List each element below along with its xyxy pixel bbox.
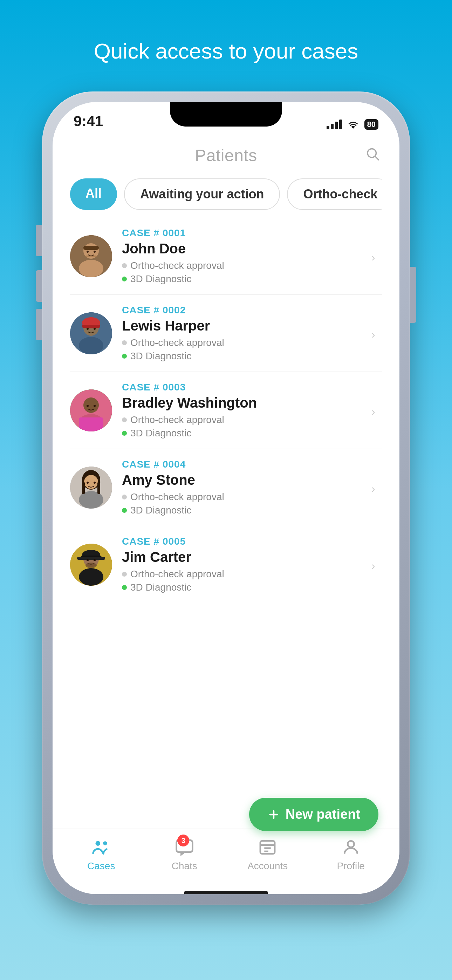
profile-label: Profile	[337, 861, 365, 872]
case-number: CASE # 0003	[122, 382, 371, 393]
patient-info: CASE # 0001 John Doe Ortho-check approva…	[122, 228, 371, 285]
phone-screen: 9:41 80 Patients	[53, 102, 399, 894]
patient-name: Lewis Harper	[122, 318, 371, 334]
notch	[170, 102, 282, 127]
case-number: CASE # 0005	[122, 536, 371, 547]
avatar	[70, 390, 112, 431]
chevron-right-icon: ›	[371, 559, 382, 570]
avatar	[70, 235, 112, 277]
svg-point-11	[79, 337, 103, 354]
svg-point-20	[94, 405, 95, 407]
svg-rect-27	[82, 482, 85, 494]
search-button[interactable]	[363, 144, 382, 163]
status-time: 9:41	[73, 113, 103, 130]
home-indicator	[184, 891, 268, 894]
status-tags: Ortho-check approval 3D Diagnostic	[122, 260, 371, 285]
svg-rect-36	[77, 557, 105, 560]
bottom-nav: Cases 3 Chats	[53, 829, 399, 886]
patient-name: Jim Carter	[122, 549, 371, 565]
status-tags: Ortho-check approval 3D Diagnostic	[122, 337, 371, 362]
avatar	[70, 466, 112, 509]
chevron-right-icon: ›	[371, 251, 382, 261]
page-headline: Quick access to your cases	[94, 38, 358, 64]
patient-list: CASE # 0001 John Doe Ortho-check approva…	[70, 218, 382, 829]
patient-name: Amy Stone	[122, 472, 371, 488]
table-row[interactable]: CASE # 0005 Jim Carter Ortho-check appro…	[70, 526, 382, 603]
svg-point-19	[86, 405, 89, 407]
battery-icon: 80	[364, 119, 379, 130]
new-patient-button[interactable]: New patient	[249, 798, 379, 831]
table-row[interactable]: CASE # 0001 John Doe Ortho-check approva…	[70, 218, 382, 295]
case-number: CASE # 0001	[122, 228, 371, 239]
table-row[interactable]: CASE # 0004 Amy Stone Ortho-check approv…	[70, 449, 382, 526]
chats-icon: 3	[174, 837, 195, 858]
avatar	[70, 544, 112, 586]
svg-point-38	[94, 559, 95, 561]
svg-point-29	[86, 482, 89, 484]
chevron-right-icon: ›	[371, 328, 382, 339]
sidebar-item-profile[interactable]: Profile	[328, 837, 374, 872]
header: Patients	[70, 135, 382, 172]
svg-point-7	[94, 251, 95, 253]
page-title: Patients	[195, 146, 257, 165]
sidebar-item-accounts[interactable]: Accounts	[245, 837, 290, 872]
chevron-right-icon: ›	[371, 482, 382, 493]
status-tags: Ortho-check approval 3D Diagnostic	[122, 414, 371, 439]
patient-info: CASE # 0003 Bradley Washington Ortho-che…	[122, 382, 371, 439]
filter-tabs: All Awaiting your action Ortho-check	[70, 172, 382, 218]
svg-rect-21	[79, 417, 103, 431]
svg-line-1	[375, 156, 379, 160]
table-row[interactable]: CASE # 0002 Lewis Harper Ortho-check app…	[70, 295, 382, 372]
search-icon	[365, 146, 380, 161]
svg-point-49	[348, 841, 354, 847]
svg-point-33	[79, 568, 103, 586]
status-tags: Ortho-check approval 3D Diagnostic	[122, 492, 371, 516]
accounts-icon	[257, 837, 278, 858]
svg-point-17	[83, 398, 99, 413]
accounts-label: Accounts	[247, 861, 288, 872]
status-tags: Ortho-check approval 3D Diagnostic	[122, 568, 371, 593]
phone-frame: 9:41 80 Patients	[42, 91, 410, 905]
chat-badge: 3	[177, 835, 189, 846]
svg-point-37	[86, 559, 89, 561]
cases-label: Cases	[87, 861, 115, 872]
svg-rect-28	[97, 482, 100, 494]
tab-awaiting[interactable]: Awaiting your action	[124, 178, 280, 210]
avatar	[70, 312, 112, 354]
svg-rect-5	[83, 246, 99, 250]
table-row[interactable]: CASE # 0003 Bradley Washington Ortho-che…	[70, 372, 382, 449]
new-patient-label: New patient	[286, 807, 360, 822]
patient-name: John Doe	[122, 241, 371, 256]
patient-info: CASE # 0005 Jim Carter Ortho-check appro…	[122, 536, 371, 593]
sidebar-item-cases[interactable]: Cases	[78, 837, 124, 872]
chats-label: Chats	[172, 861, 197, 872]
signal-icon	[326, 119, 342, 129]
svg-point-6	[86, 251, 89, 253]
case-number: CASE # 0002	[122, 305, 371, 316]
svg-point-43	[103, 841, 107, 845]
screen-content: Patients All Awaiting your action Ort	[53, 135, 399, 829]
plus-icon	[267, 808, 280, 821]
tab-all[interactable]: All	[70, 178, 117, 210]
tab-ortho[interactable]: Ortho-check	[287, 178, 382, 210]
patient-info: CASE # 0002 Lewis Harper Ortho-check app…	[122, 305, 371, 362]
status-icons: 80	[326, 119, 379, 130]
svg-rect-8	[86, 256, 97, 257]
patient-info: CASE # 0004 Amy Stone Ortho-check approv…	[122, 459, 371, 516]
svg-point-4	[79, 260, 103, 277]
wifi-icon	[347, 119, 360, 129]
svg-point-30	[94, 482, 95, 484]
svg-point-39	[86, 563, 97, 568]
svg-point-42	[95, 841, 100, 846]
profile-icon	[340, 837, 361, 858]
svg-rect-15	[82, 325, 100, 328]
patient-name: Bradley Washington	[122, 395, 371, 411]
case-number: CASE # 0004	[122, 459, 371, 470]
chevron-right-icon: ›	[371, 405, 382, 416]
cases-icon	[91, 837, 112, 858]
sidebar-item-chats[interactable]: 3 Chats	[162, 837, 207, 872]
